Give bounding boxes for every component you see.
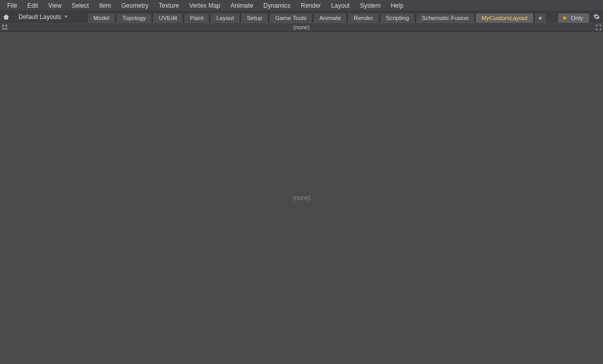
add-layout-button[interactable]: + <box>534 13 547 23</box>
tab-scripting[interactable]: Scripting <box>380 13 415 23</box>
home-icon[interactable] <box>0 12 12 22</box>
menu-dynamics[interactable]: Dynamics <box>258 1 296 11</box>
menu-select[interactable]: Select <box>67 1 94 11</box>
svg-rect-3 <box>2 28 4 30</box>
menu-render[interactable]: Render <box>296 1 326 11</box>
menu-geometry[interactable]: Geometry <box>116 1 154 11</box>
menu-texture[interactable]: Texture <box>153 1 184 11</box>
menu-file[interactable]: File <box>2 1 22 11</box>
svg-rect-1 <box>2 25 4 27</box>
layout-toolbar: Default Layouts ▼ Model Topology UVEdit … <box>0 11 603 23</box>
tab-paint[interactable]: Paint <box>184 13 209 23</box>
tab-schematic-fusion[interactable]: Schematic Fusion <box>416 13 475 23</box>
tab-setup[interactable]: Setup <box>241 13 268 23</box>
settings-button[interactable] <box>591 12 602 22</box>
menu-layout[interactable]: Layout <box>326 1 355 11</box>
viewport[interactable]: (none) <box>0 32 603 364</box>
svg-marker-0 <box>3 14 9 19</box>
menubar: File Edit View Select Item Geometry Text… <box>0 0 603 11</box>
menu-system[interactable]: System <box>355 1 385 11</box>
tab-topology[interactable]: Topology <box>116 13 152 23</box>
layout-tabstrip: Model Topology UVEdit Paint Layout Setup… <box>87 11 547 23</box>
viewport-placeholder: (none) <box>293 194 310 201</box>
tab-uvedit[interactable]: UVEdit <box>152 13 183 23</box>
menu-edit[interactable]: Edit <box>22 1 43 11</box>
menu-animate[interactable]: Animate <box>225 1 258 11</box>
viewport-title: (none) <box>294 24 310 30</box>
menu-view[interactable]: View <box>43 1 67 11</box>
tab-animate[interactable]: Animate <box>313 13 347 23</box>
chevron-down-icon: ▼ <box>64 14 68 19</box>
gear-icon <box>593 13 600 20</box>
menu-vertex-map[interactable]: Vertex Map <box>184 1 226 11</box>
star-icon: ★ <box>562 14 568 22</box>
svg-rect-4 <box>5 28 7 30</box>
menu-help[interactable]: Help <box>385 1 409 11</box>
svg-rect-2 <box>5 25 7 27</box>
layouts-dropdown-label: Default Layouts <box>18 13 61 21</box>
tab-render[interactable]: Render <box>347 13 379 23</box>
menu-item[interactable]: Item <box>94 1 116 11</box>
tab-model[interactable]: Model <box>87 13 115 23</box>
tab-mycustomlayout[interactable]: MyCustomLayout <box>475 13 533 23</box>
layouts-dropdown[interactable]: Default Layouts ▼ <box>12 12 79 22</box>
thumb-menu-icon[interactable] <box>0 23 9 32</box>
maximize-icon[interactable] <box>594 23 603 32</box>
only-toggle-button[interactable]: ★ Only <box>557 13 590 23</box>
tab-game-tools[interactable]: Game Tools <box>269 13 313 23</box>
only-toggle-label: Only <box>571 15 583 21</box>
viewport-header: (none) <box>0 23 603 32</box>
tab-layout[interactable]: Layout <box>210 13 240 23</box>
